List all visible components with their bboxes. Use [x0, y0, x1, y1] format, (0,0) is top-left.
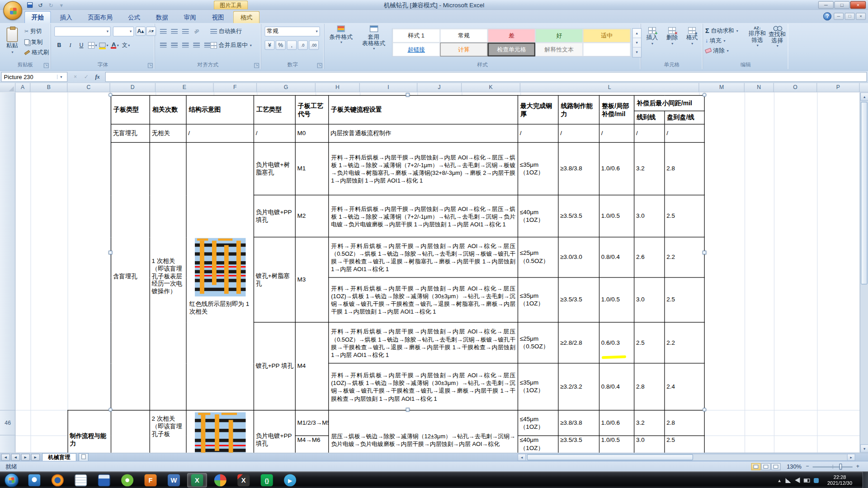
comma-style-button[interactable]: , — [287, 40, 297, 50]
scroll-up-icon[interactable]: ▲ — [860, 92, 868, 100]
column-header-b[interactable]: B — [30, 83, 67, 93]
italic-button[interactable]: I — [65, 40, 75, 50]
vertical-scrollbar[interactable]: ▲ ▼ — [860, 92, 868, 452]
tab-formulas[interactable]: 公式 — [122, 12, 147, 24]
cell-style-bad[interactable]: 差 — [488, 29, 535, 43]
cell-style-neutral[interactable]: 适中 — [583, 29, 630, 43]
tab-view[interactable]: 视图 — [205, 12, 231, 24]
cell-style-custom[interactable]: 样式 1 — [392, 29, 440, 43]
column-header-a[interactable]: A — [15, 83, 30, 93]
merge-center-button[interactable]: 合并后居中 ▾ — [210, 40, 252, 50]
office-button[interactable] — [3, 1, 22, 20]
taskbar-browser-sphere-button[interactable] — [210, 473, 230, 488]
align-top-button[interactable] — [158, 27, 168, 36]
align-middle-button[interactable] — [170, 27, 179, 36]
help-icon[interactable]: ? — [823, 12, 831, 20]
gallery-up-icon[interactable]: ▲ — [633, 29, 641, 38]
close-button[interactable]: × — [850, 1, 866, 9]
tray-battery-icon[interactable] — [804, 479, 810, 483]
taskbar-devtools-button[interactable]: {} — [257, 473, 277, 488]
column-header-n[interactable]: N — [745, 83, 774, 93]
taskbar-ftp-button[interactable]: F — [141, 473, 160, 488]
pcb-structure-diagram-2[interactable] — [188, 411, 252, 453]
column-header-f[interactable]: F — [214, 83, 257, 93]
underline-button[interactable]: U — [76, 40, 86, 50]
find-select-button[interactable]: 查找和选择 ▾ — [767, 26, 787, 48]
scroll-down-icon[interactable]: ▼ — [860, 444, 868, 452]
cell-style-explanatory[interactable]: 解释性文本 — [535, 42, 583, 56]
pcb-capability-table[interactable]: 子板类型 相关次数 结构示意图 工艺类型 子板工艺代号 子板关键流程设置 最大完… — [111, 95, 705, 411]
autosum-button[interactable]: Σ 自动求和 ▾ — [705, 26, 738, 36]
workbook-restore-button[interactable]: □ — [845, 13, 855, 20]
scroll-left-icon[interactable]: ◄ — [518, 454, 526, 461]
zoom-in-button[interactable]: + — [854, 463, 861, 470]
minimize-button[interactable]: ─ — [818, 1, 834, 9]
selection-handle-top-left[interactable] — [108, 93, 113, 97]
pcb-capability-table-bottom[interactable]: 制作流程与能力 2 次相关（即该盲埋孔子板 — [67, 410, 704, 452]
bold-button[interactable]: B — [54, 40, 64, 50]
taskbar-firefox-button[interactable] — [47, 473, 67, 488]
pcb-structure-diagram-1[interactable] — [188, 237, 252, 300]
tray-app-icon[interactable] — [814, 478, 819, 483]
selection-handle-bottom-left[interactable] — [108, 408, 113, 412]
insert-cells-button[interactable]: + 插入 ▾ — [642, 27, 662, 46]
zoom-level[interactable]: 130% — [783, 463, 802, 470]
cell-style-hyperlink[interactable]: 超链接 — [392, 42, 440, 56]
sheet-grid[interactable]: 46 子板类型 相关次数 结构示意图 工艺类型 子板工艺代号 子板关键流程设置 … — [0, 92, 868, 452]
align-center-button[interactable] — [170, 40, 179, 50]
column-header-h[interactable]: H — [316, 83, 360, 93]
tray-network-icon[interactable] — [786, 478, 791, 483]
font-size-combo[interactable]: ▾ — [113, 27, 134, 37]
tab-picture-format[interactable]: 格式 — [233, 11, 260, 23]
start-button[interactable] — [5, 473, 19, 488]
cell-style-calculation[interactable]: 计算 — [440, 42, 487, 56]
cut-button[interactable]: ✂ 剪切 — [24, 27, 42, 36]
align-bottom-button[interactable] — [180, 27, 190, 36]
column-header-k[interactable]: K — [462, 83, 520, 93]
selection-handle-mid-right[interactable] — [703, 251, 707, 255]
column-header-e[interactable]: E — [156, 83, 214, 93]
insert-function-icon[interactable]: fx — [93, 74, 102, 80]
tab-page-layout[interactable]: 页面布局 — [81, 12, 119, 24]
horizontal-scrollbar-track[interactable] — [526, 454, 847, 461]
zoom-out-button[interactable]: − — [804, 463, 811, 470]
horizontal-scrollbar[interactable]: ◄ ► — [518, 454, 855, 461]
name-box-input[interactable] — [2, 73, 57, 80]
font-dialog-launcher[interactable] — [148, 63, 153, 68]
last-sheet-button[interactable]: ► — [31, 453, 40, 460]
name-box[interactable]: ▾ — [1, 72, 67, 82]
gallery-down-icon[interactable]: ▼ — [633, 38, 641, 47]
normal-view-button[interactable] — [751, 463, 761, 470]
selection-handle-top-center[interactable] — [406, 93, 410, 97]
borders-button[interactable]: ▾ — [87, 40, 97, 50]
alignment-dialog-launcher[interactable] — [254, 63, 259, 68]
taskbar-launcher-button[interactable] — [24, 473, 44, 488]
tray-volume-icon[interactable] — [795, 478, 800, 483]
column-header-o[interactable]: O — [774, 83, 817, 93]
tab-insert[interactable]: 插入 — [53, 12, 79, 24]
cancel-icon[interactable]: × — [71, 74, 80, 80]
scroll-right-icon[interactable]: ► — [847, 454, 855, 461]
zoom-thumb[interactable] — [840, 464, 842, 469]
accounting-format-button[interactable]: ¥ — [264, 40, 274, 50]
column-header-m[interactable]: M — [699, 83, 745, 93]
selection-handle-mid-left[interactable] — [108, 251, 113, 255]
sheet-tab-active[interactable]: 机械盲埋 — [42, 453, 76, 461]
number-format-combo[interactable]: 常规 ▾ — [264, 27, 320, 37]
fill-color-button[interactable]: ▾ — [99, 40, 108, 50]
fill-button[interactable]: ↓ 填充 ▾ — [705, 36, 725, 46]
cell-style-good[interactable]: 好 — [535, 29, 583, 43]
copy-button[interactable]: 复制 — [24, 37, 42, 47]
column-header-g[interactable]: G — [257, 83, 316, 93]
align-right-button[interactable] — [180, 40, 190, 50]
format-cells-button[interactable]: ● 格式 ▾ — [682, 27, 702, 46]
column-header-d[interactable]: D — [110, 83, 156, 93]
next-sheet-button[interactable]: ► — [21, 453, 30, 460]
column-header-i[interactable]: I — [360, 83, 417, 93]
delete-cells-button[interactable]: × 删除 ▾ — [662, 27, 682, 46]
vertical-scrollbar-thumb[interactable] — [861, 102, 868, 284]
selection-handle-bottom-right[interactable] — [703, 408, 707, 412]
taskbar-notepad-button[interactable] — [71, 473, 91, 488]
column-header-l[interactable]: L — [520, 83, 699, 93]
clipboard-dialog-launcher[interactable] — [44, 63, 49, 68]
